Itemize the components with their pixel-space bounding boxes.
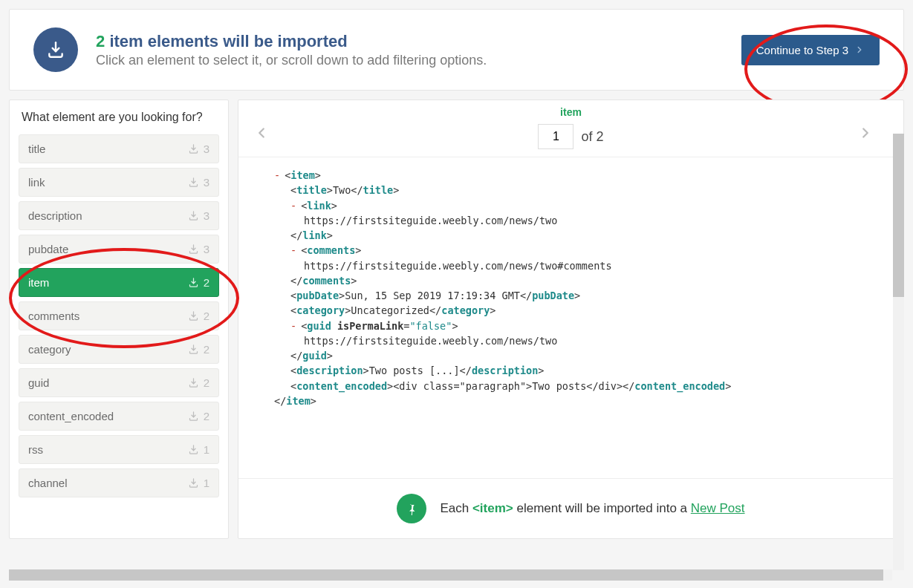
download-icon xyxy=(188,377,199,388)
element-item-label: channel xyxy=(28,477,68,489)
import-icon xyxy=(33,27,78,72)
element-item-count: 2 xyxy=(204,276,209,289)
element-item-count: 2 xyxy=(204,343,209,356)
element-item-content_encoded[interactable]: content_encoded 2 xyxy=(19,402,219,431)
preview-panel: item of 2 -<item><title>Two</title>-<lin… xyxy=(238,99,904,539)
download-icon xyxy=(188,277,199,288)
element-item-count: 3 xyxy=(204,243,209,255)
xml-preview: -<item><title>Two</title>-<link>https://… xyxy=(238,157,903,478)
element-item-description[interactable]: description 3 xyxy=(19,201,219,230)
download-icon xyxy=(188,411,199,422)
element-item-label: link xyxy=(28,176,45,189)
footer-middle: element will be imported into a xyxy=(513,501,691,515)
new-post-link[interactable]: New Post xyxy=(691,501,745,515)
download-icon xyxy=(188,143,199,154)
element-item-pubdate[interactable]: pubdate 3 xyxy=(19,235,219,264)
element-item-count: 2 xyxy=(204,310,209,322)
download-icon xyxy=(188,477,199,489)
continue-label: Continue to Step 3 xyxy=(756,44,848,56)
header-title: 2 item elements will be imported xyxy=(96,32,724,51)
download-icon xyxy=(188,344,199,355)
continue-button[interactable]: Continue to Step 3 xyxy=(741,35,880,65)
sidebar-title: What element are you looking for? xyxy=(19,111,219,124)
pager-of-label: of 2 xyxy=(581,129,603,145)
pin-icon xyxy=(397,494,426,523)
element-item-item[interactable]: item 2 xyxy=(19,268,219,297)
element-item-title[interactable]: title 3 xyxy=(19,134,219,163)
element-item-count: 2 xyxy=(204,410,209,422)
element-item-count: 2 xyxy=(204,376,209,389)
import-header-card: 2 item elements will be imported Click a… xyxy=(9,9,904,91)
pager: item of 2 xyxy=(238,100,903,157)
element-item-channel[interactable]: channel 1 xyxy=(19,468,219,497)
element-item-label: rss xyxy=(28,443,43,456)
pager-element-label: item xyxy=(560,106,582,118)
element-sidebar: What element are you looking for? title … xyxy=(9,99,229,539)
pager-prev-button[interactable] xyxy=(253,122,270,146)
element-item-link[interactable]: link 3 xyxy=(19,168,219,197)
element-item-label: comments xyxy=(28,310,79,322)
element-item-rss[interactable]: rss 1 xyxy=(19,435,219,464)
header-text-block: 2 item elements will be imported Click a… xyxy=(96,32,724,68)
element-item-label: pubdate xyxy=(28,243,68,255)
footer-tag-sample: <item> xyxy=(472,501,513,515)
pager-next-button[interactable] xyxy=(857,122,874,146)
element-item-category[interactable]: category 2 xyxy=(19,335,219,364)
element-item-label: content_encoded xyxy=(28,410,114,422)
element-item-count: 3 xyxy=(204,176,209,189)
element-item-count: 3 xyxy=(204,143,209,155)
element-item-count: 1 xyxy=(204,477,209,489)
element-item-count: 3 xyxy=(204,209,209,222)
download-icon xyxy=(188,244,199,255)
element-item-guid[interactable]: guid 2 xyxy=(19,368,219,397)
footer-text: Each <item> element will be imported int… xyxy=(440,501,744,516)
preview-footer: Each <item> element will be imported int… xyxy=(238,478,903,538)
import-count: 2 xyxy=(96,32,105,50)
scrollbar-vertical[interactable] xyxy=(893,134,904,570)
element-item-label: item xyxy=(28,276,49,289)
import-title-rest: item elements will be imported xyxy=(109,32,347,50)
header-subtitle: Click an element to select it, or scroll… xyxy=(96,53,724,68)
element-item-comments[interactable]: comments 2 xyxy=(19,301,219,330)
element-item-label: guid xyxy=(28,376,49,389)
element-item-count: 1 xyxy=(204,443,209,456)
element-list: title 3link 3description 3pubdate 3item … xyxy=(19,134,219,497)
download-icon xyxy=(188,177,199,188)
download-icon xyxy=(188,444,199,455)
main-row: What element are you looking for? title … xyxy=(9,99,904,539)
element-item-label: description xyxy=(28,209,82,222)
pager-current-input[interactable] xyxy=(538,124,574,149)
scrollbar-horizontal[interactable] xyxy=(9,569,892,581)
element-item-label: category xyxy=(28,343,71,356)
element-item-label: title xyxy=(28,143,45,155)
chevron-right-icon xyxy=(854,45,865,55)
footer-prefix: Each xyxy=(440,501,472,515)
download-icon xyxy=(188,210,199,221)
download-icon xyxy=(188,310,199,321)
